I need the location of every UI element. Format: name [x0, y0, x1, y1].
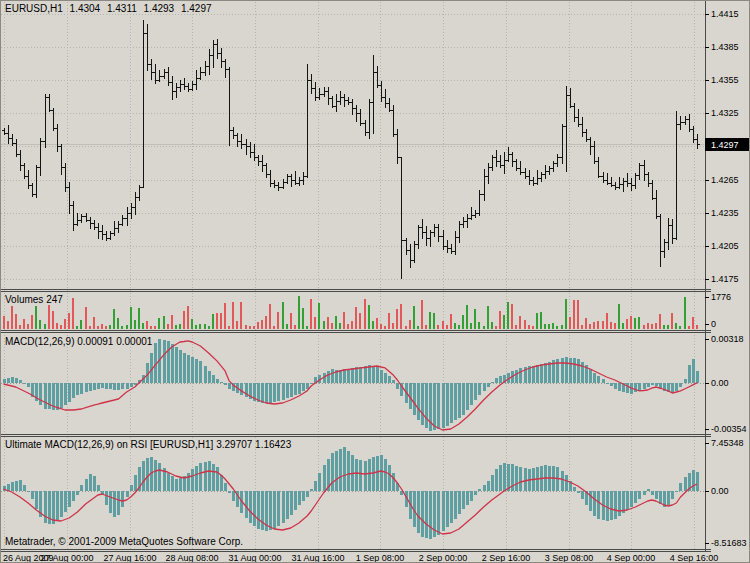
volume-bar: [232, 302, 234, 329]
macd-histogram-bar: [446, 383, 449, 426]
umacd-histogram-bar: [232, 491, 235, 501]
umacd-histogram-bar: [27, 491, 30, 492]
volume-bar: [15, 314, 17, 329]
umacd-histogram-bar: [323, 465, 326, 491]
volume-bar: [240, 302, 242, 329]
volume-bar: [113, 309, 115, 329]
umacd-histogram-bar: [335, 451, 338, 491]
macd-histogram-bar: [392, 380, 395, 383]
volume-bar: [532, 326, 534, 329]
macd-histogram-bar: [368, 365, 371, 383]
volume-bar: [72, 298, 74, 329]
volume-bar: [474, 309, 476, 329]
time-tick-label: 31 Aug 16:00: [291, 553, 344, 563]
volume-bar: [437, 325, 439, 329]
volume-bar: [400, 304, 402, 329]
umacd-histogram-bar: [421, 491, 424, 537]
umacd-histogram-bar: [121, 491, 124, 507]
price-tick-label: 1.4385: [711, 42, 739, 52]
volume-bar: [483, 326, 485, 329]
umacd-histogram-bar: [158, 463, 161, 491]
macd-histogram-bar: [470, 383, 473, 405]
volume-bar: [44, 324, 46, 329]
volume-bar: [146, 321, 148, 329]
umacd-histogram-bar: [310, 489, 313, 491]
volume-bar: [696, 325, 698, 329]
umacd-histogram-bar: [651, 491, 654, 495]
umacd-histogram-bar: [306, 491, 309, 497]
umacd-histogram-bar: [117, 491, 120, 515]
time-axis[interactable]: 26 Aug 200927 Aug 00:0027 Aug 16:0028 Au…: [3, 553, 718, 563]
volume-bar: [499, 311, 501, 329]
volume-bar: [462, 315, 464, 329]
macd-histogram-bar: [589, 369, 592, 383]
umacd-histogram-bar: [56, 491, 59, 521]
umacd-histogram-bar: [347, 451, 350, 491]
volume-bar: [347, 324, 349, 329]
time-tick-label: 4 Sep 00:00: [607, 553, 656, 563]
macd-histogram-bar: [228, 383, 231, 389]
macd-histogram-bar: [60, 383, 63, 408]
macd-histogram-bar: [130, 383, 133, 387]
price-tick-label: 1.4265: [711, 175, 739, 185]
umacd-histogram-bar: [273, 491, 276, 529]
umacd-histogram-bar: [450, 491, 453, 523]
umacd-histogram-bar: [380, 455, 383, 491]
volume-zero-label: 0: [711, 319, 716, 329]
umacd-histogram-bar: [458, 491, 461, 514]
chart-canvas[interactable]: 1.44151.43851.43551.43251.42651.42351.42…: [1, 1, 750, 563]
umacd-histogram-bar: [425, 491, 428, 538]
umacd-histogram-bar: [44, 491, 47, 523]
umacd-histogram-bar: [392, 473, 395, 491]
volume-bar: [257, 322, 259, 329]
umacd-histogram-bar: [212, 464, 215, 491]
macd-histogram-bar: [290, 383, 293, 397]
time-tick-label: 2 Sep 00:00: [419, 553, 468, 563]
volume-bar: [552, 323, 554, 329]
macd-histogram-bar: [433, 383, 436, 430]
macd-histogram-bar: [561, 358, 564, 383]
low-value: 1.4293: [144, 3, 175, 14]
volume-bar: [556, 326, 558, 329]
macd-histogram-bar: [76, 383, 79, 395]
umacd-histogram-bar: [429, 491, 432, 539]
umacd-histogram-bar: [76, 491, 79, 495]
volume-bar: [380, 324, 382, 329]
umacd-histogram-bar: [626, 491, 629, 510]
macd-histogram-bar: [437, 383, 440, 429]
volume-bar: [647, 323, 649, 329]
volume-bar: [154, 326, 156, 329]
umacd-histogram-bar: [630, 491, 633, 507]
price-tick-label: 1.4355: [711, 75, 739, 85]
umacd-histogram-bar: [11, 482, 14, 491]
time-tick-label: 4 Sep 16:00: [670, 553, 719, 563]
macd-histogram-bar: [359, 367, 362, 383]
time-tick-label: 1 Sep 08:00: [356, 553, 405, 563]
umacd-histogram-bar: [667, 491, 670, 505]
volume-bar: [39, 320, 41, 329]
macd-histogram-bar: [327, 371, 330, 383]
macd-histogram-bar: [101, 383, 104, 388]
umacd-histogram-bar: [253, 491, 256, 526]
umacd-histogram-bar: [466, 491, 469, 505]
volume-bar: [294, 325, 296, 329]
umacd-histogram-bar: [679, 483, 682, 491]
umacd-indicator-label: Ultimate MACD(12,26,9) on RSI [EURUSD,H1…: [5, 439, 291, 450]
volume-bar: [638, 317, 640, 329]
umacd-histogram-bar: [638, 491, 641, 499]
umacd-histogram-bar: [187, 473, 190, 492]
volume-bar: [540, 312, 542, 329]
volume-bar: [306, 326, 308, 329]
macd-histogram-bar: [380, 370, 383, 383]
time-tick-label: 27 Aug 00:00: [40, 553, 93, 563]
umacd-histogram-bar: [647, 489, 650, 491]
macd-histogram-bar: [671, 383, 674, 393]
volume-bar: [323, 321, 325, 329]
umacd-histogram-bar: [614, 491, 617, 519]
umacd-histogram-bar: [524, 468, 527, 491]
umacd-histogram-bar: [72, 491, 75, 501]
umacd-histogram-bar: [204, 462, 207, 491]
volume-bar: [204, 324, 206, 329]
open-value: 1.4304: [70, 3, 101, 14]
umacd-histogram-bar: [31, 491, 34, 499]
